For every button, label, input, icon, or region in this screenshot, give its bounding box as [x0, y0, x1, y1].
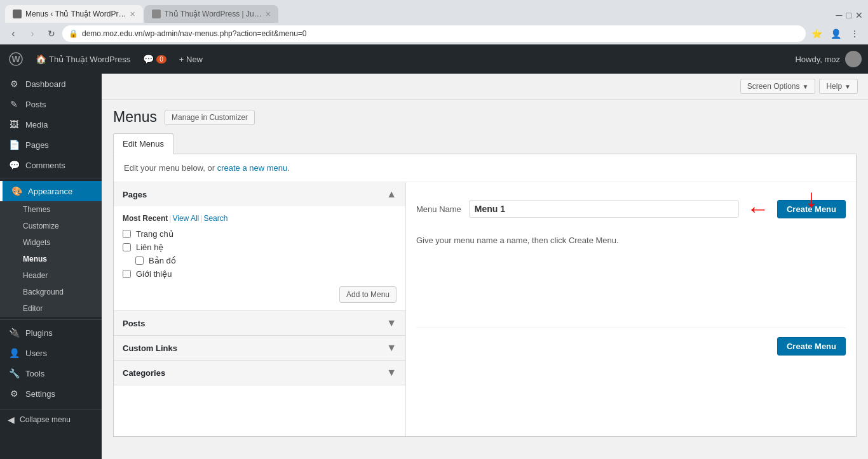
screen-options-button[interactable]: Screen Options ▼: [740, 79, 816, 94]
menu-editor-intro: Edit your menu below, or create a new me…: [114, 154, 856, 182]
collapse-label: Collapse menu: [20, 415, 71, 424]
home-icon: 🏠: [36, 54, 46, 64]
page-item-ban-do: Bản đồ: [123, 256, 397, 265]
main-content: Screen Options ▼ Help ▼ Menus Manage in …: [102, 74, 868, 459]
sidebar-label-comments: Comments: [25, 161, 65, 170]
sidebar-item-posts[interactable]: ✎ Posts: [0, 94, 102, 114]
tab2-favicon: [152, 10, 161, 18]
sidebar-item-appearance[interactable]: 🎨 Appearance: [0, 181, 102, 201]
sidebar-submenu-item-menus[interactable]: Menus: [0, 251, 102, 267]
close-btn[interactable]: ✕: [855, 10, 863, 20]
sidebar-submenu-item-editor[interactable]: Editor: [0, 300, 102, 317]
menu-btn[interactable]: ⋮: [846, 25, 863, 42]
checkbox-ban-do[interactable]: [135, 256, 144, 265]
collapse-menu[interactable]: ◀ Collapse menu: [0, 409, 102, 430]
appearance-icon: 🎨: [10, 186, 23, 196]
create-new-menu-link[interactable]: create a new menu: [217, 163, 288, 173]
help-button[interactable]: Help ▼: [819, 79, 858, 94]
add-to-menu-button[interactable]: Add to Menu: [339, 286, 397, 303]
svg-text:W: W: [11, 54, 20, 64]
pages-icon: 📄: [8, 140, 20, 150]
sidebar-label-tools: Tools: [25, 369, 44, 378]
sidebar-label-users: Users: [25, 349, 47, 358]
maximize-btn[interactable]: □: [846, 10, 851, 20]
sidebar-label-appearance: Appearance: [28, 187, 72, 196]
howdy-section: Howdy, moz: [795, 51, 868, 67]
accordion-custom-links: Custom Links ▼: [114, 336, 405, 361]
window-controls: ─ □ ✕: [836, 10, 863, 23]
tab-edit-menus[interactable]: Edit Menus: [113, 133, 173, 154]
sidebar-submenu-item-header[interactable]: Header: [0, 267, 102, 284]
label-lien-he: Liên hệ: [136, 243, 163, 252]
tab2-close[interactable]: ×: [266, 9, 271, 19]
accordion-pages-header[interactable]: Pages ▲: [114, 182, 405, 206]
sidebar-item-plugins[interactable]: 🔌 Plugins: [0, 323, 102, 343]
menu-instructions: Give your menu name a name, then click C…: [416, 229, 846, 251]
wp-layout: ⚙ Dashboard ✎ Posts 🖼 Media 📄 Pages 💬 Co…: [0, 74, 868, 459]
address-input[interactable]: [82, 29, 799, 38]
sidebar-label-plugins: Plugins: [25, 328, 53, 338]
site-name-menu[interactable]: 🏠 Thủ Thuật WordPress: [29, 44, 137, 74]
pages-tab-search[interactable]: Search: [203, 214, 227, 223]
page-heading: Menus Manage in Customizer: [113, 109, 857, 126]
sidebar-item-tools[interactable]: 🔧 Tools: [0, 363, 102, 383]
pages-tabs-row: Most Recent | View All | Search: [123, 214, 397, 223]
sidebar-label-settings: Settings: [25, 389, 55, 399]
browser-tab-1[interactable]: Menus ‹ Thủ Thuật WordPr… ×: [5, 5, 143, 23]
sidebar-item-settings[interactable]: ⚙ Settings: [0, 383, 102, 404]
sidebar-submenu-item-customize[interactable]: Customize: [0, 218, 102, 234]
new-label: + New: [179, 55, 203, 64]
menu-right-panel: ↓ Menu Name ← Create Menu Give your menu…: [406, 182, 856, 436]
custom-links-accordion-arrow: ▼: [386, 342, 397, 354]
browser-tabs-bar: Menus ‹ Thủ Thuật WordPr… × Thủ Thuật Wo…: [0, 0, 868, 23]
wp-logo[interactable]: W: [3, 44, 29, 74]
checkbox-lien-he[interactable]: [123, 243, 131, 251]
sidebar-submenu-appearance: Themes Customize Widgets Menus Header Ba…: [0, 201, 102, 317]
extensions-btn[interactable]: ⭐: [808, 25, 825, 42]
sidebar-submenu-item-widgets[interactable]: Widgets: [0, 234, 102, 251]
back-button[interactable]: ‹: [5, 25, 22, 42]
sidebar-item-media[interactable]: 🖼 Media: [0, 114, 102, 135]
sidebar-submenu-item-background[interactable]: Background: [0, 284, 102, 300]
profile-btn[interactable]: 👤: [827, 25, 844, 42]
sidebar-item-dashboard[interactable]: ⚙ Dashboard: [0, 74, 102, 94]
accordion-categories-header[interactable]: Categories ▼: [114, 361, 405, 385]
sidebar-label-media: Media: [25, 120, 48, 130]
posts-section-title: Posts: [123, 319, 145, 328]
comments-menu-item[interactable]: 💬 0: [137, 44, 173, 74]
checkbox-trang-chu[interactable]: [123, 230, 131, 238]
tab1-close[interactable]: ×: [130, 9, 135, 19]
pages-tab-divider2: |: [200, 214, 202, 223]
minimize-btn[interactable]: ─: [836, 10, 843, 20]
forward-button[interactable]: ›: [24, 25, 41, 42]
sidebar-label-dashboard: Dashboard: [25, 79, 66, 89]
accordion-custom-links-header[interactable]: Custom Links ▼: [114, 336, 405, 360]
sidebar-item-users[interactable]: 👤 Users: [0, 343, 102, 363]
browser-tab-2[interactable]: Thủ Thuật WordPress | Ju… ×: [144, 5, 278, 23]
tab2-title: Thủ Thuật WordPress | Ju…: [165, 10, 262, 18]
screen-options-label: Screen Options: [747, 82, 800, 91]
address-bar[interactable]: 🔒: [62, 25, 806, 42]
menu-name-input[interactable]: [469, 200, 739, 218]
accordion-posts-header[interactable]: Posts ▼: [114, 311, 405, 335]
pages-section-title: Pages: [123, 190, 147, 199]
sidebar-item-pages[interactable]: 📄 Pages: [0, 135, 102, 155]
label-trang-chu: Trang chủ: [136, 229, 173, 239]
pages-accordion-arrow: ▲: [386, 189, 397, 200]
tools-icon: 🔧: [8, 368, 20, 378]
media-icon: 🖼: [8, 119, 20, 130]
sidebar-submenu-item-themes[interactable]: Themes: [0, 201, 102, 218]
reload-button[interactable]: ↻: [43, 25, 60, 42]
posts-accordion-arrow: ▼: [386, 317, 397, 329]
pages-tab-view-all[interactable]: View All: [172, 214, 199, 223]
menu-name-label: Menu Name: [416, 204, 461, 214]
manage-customizer-button[interactable]: Manage in Customizer: [165, 110, 255, 125]
sidebar-item-comments[interactable]: 💬 Comments: [0, 155, 102, 175]
new-menu-item[interactable]: + New: [173, 44, 209, 74]
create-menu-bottom-button[interactable]: Create Menu: [777, 337, 846, 356]
menu-name-row: Menu Name ← Create Menu: [416, 197, 846, 220]
menu-left-panel: Pages ▲ Most Recent | View All | Search: [114, 182, 406, 436]
pages-tab-most-recent[interactable]: Most Recent: [123, 214, 168, 223]
checkbox-gioi-thieu[interactable]: [123, 270, 131, 278]
page-item-trang-chu: Trang chủ: [123, 229, 397, 239]
